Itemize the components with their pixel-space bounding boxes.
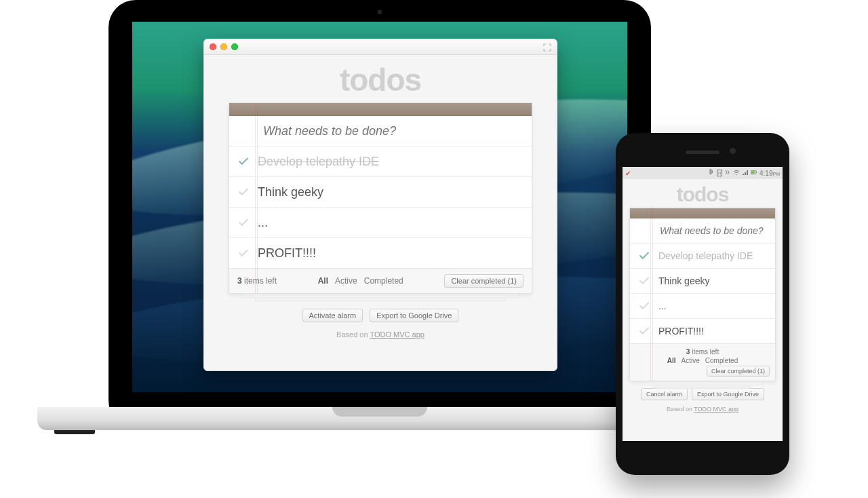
new-todo-input[interactable] [637,225,766,237]
todo-label: Think geeky [258,185,323,199]
nfc-icon: N [717,170,722,176]
bluetooth-icon [708,169,715,177]
export-drive-button[interactable]: Export to Google Drive [692,388,764,400]
todo-label: Develop telepathy IDE [658,250,753,261]
close-icon[interactable] [210,43,216,50]
todo-item[interactable]: Think geeky [630,268,775,293]
zoom-icon[interactable] [231,43,238,50]
todo-sheet: Develop telepathy IDE Think geeky ... [629,208,776,381]
signal-icon [742,169,749,177]
android-status-bar: ✔ N 4:19PM [623,167,783,179]
filter-active[interactable]: Active [335,276,357,286]
app-title: todos [629,183,776,206]
checkmark-icon[interactable] [236,247,251,259]
laptop-notch [332,407,427,417]
filter-group: All Active Completed [667,357,738,364]
sheet-header-stripe [630,208,775,218]
credit-text: Based on TODO MVC app [629,406,776,413]
laptop-frame: todos Develop telepathy IDE [108,0,651,427]
todo-sheet: Develop telepathy IDE Think geeky [229,102,532,294]
app-title: todos [229,62,532,98]
new-todo-input[interactable] [236,123,522,139]
svg-rect-2 [751,171,755,174]
laptop-screen: todos Develop telepathy IDE [132,22,627,392]
window-titlebar[interactable] [204,39,557,55]
wifi-icon [733,169,740,177]
todo-item[interactable]: Develop telepathy IDE [630,243,775,268]
laptop-body: todos Develop telepathy IDE [108,0,651,427]
filter-active[interactable]: Active [682,357,700,364]
clear-completed-button[interactable]: Clear completed (1) [444,274,524,288]
credit-link[interactable]: TODO MVC app [370,330,425,339]
checkmark-icon[interactable] [236,155,251,168]
todo-label: ... [258,216,268,230]
phone-frame: ✔ N 4:19PM todos [616,133,789,475]
laptop-camera [378,9,382,14]
todo-label: PROFIT!!!! [658,326,704,337]
export-drive-button[interactable]: Export to Google Drive [370,309,458,322]
checkmark-icon[interactable] [637,300,652,312]
sheet-footer: 3 items left All Active Completed Clear … [630,343,775,381]
checkmark-icon[interactable] [637,325,652,337]
sheet-header-stripe [229,103,532,116]
new-todo-row[interactable] [229,116,532,146]
todo-label: Think geeky [658,275,709,286]
credit-link[interactable]: TODO MVC app [694,406,738,413]
new-todo-row[interactable] [630,218,775,243]
filter-all[interactable]: All [667,357,676,364]
todo-label: Develop telepathy IDE [258,155,379,169]
todo-item[interactable]: ... [229,207,532,237]
todo-item[interactable]: PROFIT!!!! [229,237,532,268]
items-left: 3 items left [686,348,719,356]
activate-alarm-button[interactable]: Activate alarm [302,309,363,322]
clear-completed-button[interactable]: Clear completed (1) [707,366,770,377]
status-time: 4:19PM [760,170,780,177]
checkmark-icon[interactable] [637,250,652,262]
phone-speaker [686,151,719,154]
cancel-alarm-button[interactable]: Cancel alarm [641,388,688,400]
expand-icon[interactable] [543,42,551,50]
credit-text: Based on TODO MVC app [229,330,532,339]
phone-screen: ✔ N 4:19PM todos [623,167,783,441]
vibrate-icon [724,169,731,177]
carrier-check-icon: ✔ [625,170,631,177]
svg-rect-1 [756,172,757,173]
filter-group: All Active Completed [318,276,403,286]
filter-completed[interactable]: Completed [705,357,738,364]
sheet-footer: 3 items left All Active Completed Clear … [229,268,532,293]
todo-label: ... [658,301,667,311]
todo-item[interactable]: PROFIT!!!! [630,318,775,343]
todo-item[interactable]: Develop telepathy IDE [229,146,532,176]
phone-camera [730,148,736,154]
app-window: todos Develop telepathy IDE [203,39,557,371]
checkmark-icon[interactable] [236,186,251,198]
checkmark-icon[interactable] [236,216,251,229]
checkmark-icon[interactable] [637,275,652,287]
todo-label: PROFIT!!!! [258,246,316,261]
todo-item[interactable]: ... [630,293,775,318]
filter-completed[interactable]: Completed [364,276,403,286]
minimize-icon[interactable] [220,43,227,50]
filter-all[interactable]: All [318,276,328,286]
battery-icon [751,169,757,177]
items-left: 3 items left [237,276,277,286]
todo-item[interactable]: Think geeky [229,176,532,207]
